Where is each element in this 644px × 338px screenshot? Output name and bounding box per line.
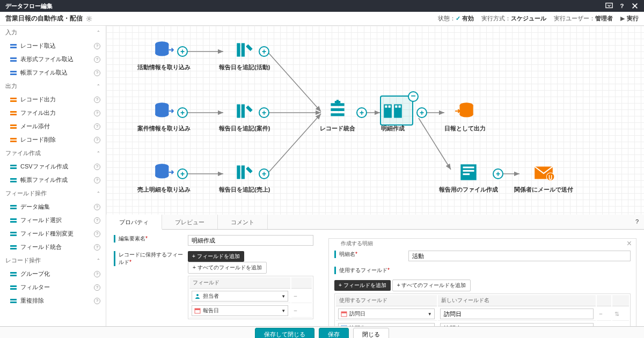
help-icon[interactable]: ? (94, 164, 100, 170)
help-icon[interactable]: ? (94, 177, 100, 183)
plus-icon[interactable]: + (177, 46, 188, 57)
new-field-input[interactable] (440, 308, 594, 319)
help-icon[interactable]: ? (618, 2, 626, 10)
run-button[interactable]: ▶ 実行 (620, 14, 639, 23)
drag-icon[interactable]: ⇅ (612, 322, 629, 326)
help-icon[interactable]: ? (94, 97, 100, 103)
sidebar-item-label: ファイル出力 (20, 109, 56, 117)
detail-name-input[interactable] (408, 251, 631, 261)
plus-icon[interactable]: + (177, 168, 188, 179)
sidebar-category[interactable]: フィールド操作⌃ (0, 187, 106, 200)
item-icon (10, 69, 17, 77)
plus-icon[interactable]: + (259, 168, 269, 179)
drag-icon[interactable]: ⇅ (612, 307, 629, 321)
help-icon[interactable]: ? (94, 231, 100, 237)
plus-icon[interactable]: + (493, 168, 503, 179)
sidebar-item[interactable]: フィールド種別変更? (0, 227, 106, 240)
sidebar-category[interactable]: ファイル作成⌃ (0, 146, 106, 160)
add-all-fields-button[interactable]: + すべてのフィールドを追加 (188, 262, 267, 274)
sidebar-item-label: フィールド選択 (20, 216, 62, 224)
remove-icon[interactable]: − (597, 307, 611, 321)
svg-rect-49 (241, 43, 244, 56)
sidebar: 入力⌃レコード取込?表形式ファイル取込?帳票ファイル取込?出力⌃レコード出力?フ… (0, 26, 106, 326)
help-icon[interactable]: ? (94, 110, 100, 116)
sidebar-item[interactable]: レコード出力? (0, 93, 106, 106)
prop-name-label: 編集要素名* (114, 235, 184, 243)
sidebar-item[interactable]: レコード取込? (0, 39, 106, 53)
sidebar-item[interactable]: メール添付? (0, 120, 106, 133)
sidebar-item[interactable]: 帳票ファイル取込? (0, 66, 106, 79)
plus-icon[interactable]: + (259, 107, 269, 118)
node-mail-send[interactable]: 関係者にメールで送付 (514, 161, 573, 194)
remove-icon[interactable]: − (597, 322, 611, 326)
help-icon[interactable]: ? (94, 70, 100, 76)
element-name-input[interactable] (188, 235, 313, 246)
plus-icon[interactable]: + (177, 107, 188, 118)
node-record-merge[interactable]: レコード統合 (320, 100, 355, 133)
svg-rect-20 (10, 181, 17, 182)
help-icon[interactable]: ? (94, 123, 100, 130)
plus-icon[interactable]: + (416, 107, 427, 118)
sidebar-item[interactable]: 帳票ファイル作成? (0, 173, 106, 187)
svg-rect-9 (10, 98, 17, 99)
field-select[interactable]: 報告日▼ (192, 305, 288, 316)
help-icon[interactable]: ? (94, 284, 100, 291)
svg-rect-15 (10, 138, 17, 139)
close-icon[interactable]: × (627, 239, 632, 248)
close-icon[interactable] (631, 2, 639, 10)
close-button[interactable]: 閉じる (353, 328, 389, 338)
help-icon[interactable]: ? (94, 204, 100, 210)
sidebar-category[interactable]: レコード操作⌃ (0, 254, 106, 267)
remove-icon[interactable]: − (291, 290, 312, 303)
save-close-button[interactable]: 保存して閉じる (255, 328, 314, 338)
help-icon[interactable]: ? (94, 137, 100, 143)
help-icon[interactable]: ? (94, 244, 100, 251)
node-report-output[interactable]: 日報として出力 (444, 100, 486, 133)
help-icon[interactable]: ? (94, 56, 100, 63)
field-select[interactable]: 訪問日▼ (338, 308, 435, 319)
tab-preview[interactable]: プレビュー (162, 215, 218, 229)
tab-property[interactable]: プロパティ (106, 215, 162, 230)
new-field-input[interactable] (440, 323, 594, 326)
sidebar-item[interactable]: 重複排除? (0, 294, 106, 307)
sidebar-item-label: CSVファイル作成 (20, 163, 68, 171)
add-field-button[interactable]: + フィールドを追加 (188, 251, 244, 262)
sidebar-item[interactable]: レコード削除? (0, 133, 106, 146)
help-icon[interactable]: ? (94, 217, 100, 224)
node-file-create[interactable]: 報告用のファイル作成 (439, 161, 498, 194)
add-field-button[interactable]: + フィールドを追加 (334, 280, 391, 291)
svg-rect-82 (195, 308, 200, 310)
sidebar-item-label: フィールド統合 (20, 243, 62, 251)
sidebar-item[interactable]: フィールド選択? (0, 214, 106, 227)
svg-rect-4 (10, 47, 17, 48)
sidebar-item[interactable]: データ編集? (0, 200, 106, 214)
field-select[interactable]: 担当者▼ (192, 291, 288, 302)
remove-icon[interactable]: − (291, 304, 312, 318)
sidebar-item[interactable]: フィルター? (0, 281, 106, 294)
help-icon[interactable]: ? (94, 298, 100, 304)
tab-comment[interactable]: コメント (218, 215, 268, 229)
minus-icon[interactable]: − (408, 91, 419, 102)
sidebar-item[interactable]: グループ化? (0, 267, 106, 281)
sidebar-category[interactable]: 出力⌃ (0, 79, 106, 93)
sidebar-category[interactable]: 入力⌃ (0, 26, 106, 39)
add-all-fields-button[interactable]: + すべてのフィールドを追加 (392, 280, 471, 291)
sidebar-item[interactable]: CSVファイル作成? (0, 160, 106, 173)
tab-help-icon[interactable]: ? (630, 215, 644, 229)
field-select[interactable]: 訪問先▼ (338, 323, 435, 326)
save-button[interactable]: 保存 (319, 328, 349, 338)
node-detail-create[interactable]: 明細作成 (381, 100, 405, 133)
help-icon[interactable]: ? (94, 271, 100, 277)
sidebar-item[interactable]: ファイル出力? (0, 106, 106, 120)
sidebar-item[interactable]: フィールド統合? (0, 240, 106, 254)
svg-rect-62 (331, 113, 344, 116)
gear-icon[interactable] (86, 16, 92, 22)
sidebar-item[interactable]: 表形式ファイル取込? (0, 53, 106, 66)
feedback-icon[interactable] (605, 2, 613, 10)
canvas[interactable]: 活動情報を取り込み + 報告日を追記(活動) + 案件情報を取り込み + 報告日… (106, 26, 644, 215)
plus-icon[interactable]: + (356, 107, 367, 118)
help-icon[interactable]: ? (94, 43, 100, 49)
svg-rect-58 (237, 165, 240, 179)
svg-rect-22 (10, 208, 17, 209)
plus-icon[interactable]: + (259, 46, 269, 57)
